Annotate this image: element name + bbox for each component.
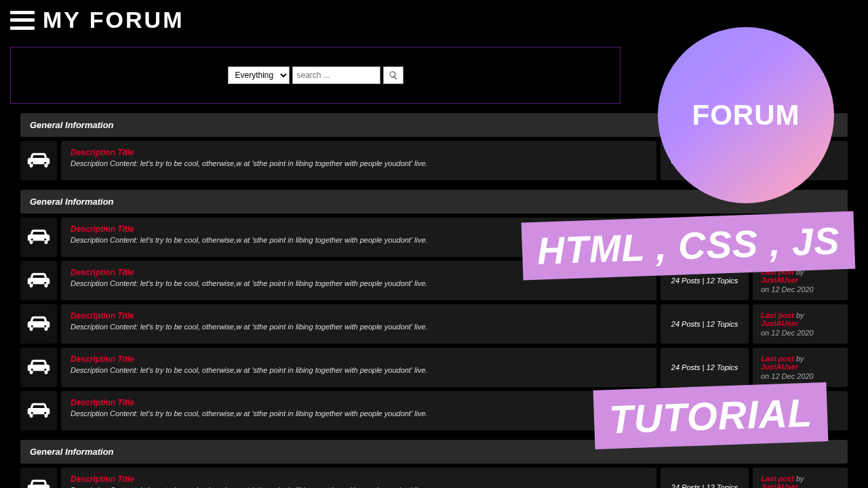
row-desc-cell: Description TitleDescription Content: le…	[61, 391, 656, 430]
row-lastpost: Last post by JustAUseron 12 Dec 2020	[753, 468, 848, 488]
row-icon-cell	[20, 468, 57, 488]
row-desc-cell: Description TitleDescription Content: le…	[61, 348, 656, 387]
row-title[interactable]: Description Title	[71, 311, 647, 321]
search-button[interactable]	[383, 66, 403, 84]
row-text: Description Content: let's try to be coo…	[71, 279, 647, 287]
car-icon	[26, 272, 51, 289]
forum-row[interactable]: Description TitleDescription Content: le…	[20, 304, 848, 344]
forum-badge-circle: FORUM	[658, 27, 834, 203]
forum-row[interactable]: Description TitleDescription Content: le…	[20, 468, 848, 488]
row-desc-cell: Description TitleDescription Content: le…	[61, 304, 656, 344]
row-lastpost: Last post by JustAUseron 12 Dec 2020	[753, 348, 848, 387]
overlay-label-2: TUTORIAL	[593, 382, 828, 449]
row-stats: 24 Posts | 12 Topics	[660, 304, 749, 344]
car-icon	[26, 479, 51, 488]
search-bar: Everything	[10, 47, 620, 104]
badge-text: FORUM	[692, 99, 800, 131]
row-desc-cell: Description TitleDescription Content: le…	[61, 468, 656, 488]
row-text: Description Content: let's try to be coo…	[71, 409, 647, 418]
car-icon	[26, 228, 51, 246]
car-icon	[26, 359, 51, 376]
car-icon	[26, 315, 51, 333]
site-title: MY FORUM	[43, 7, 184, 33]
overlay-label-1: HTML , CSS , JS	[521, 211, 855, 280]
menu-icon[interactable]	[10, 11, 35, 30]
car-icon	[26, 402, 51, 420]
search-icon	[389, 70, 398, 80]
row-lastpost: Last post by JustAUseron 12 Dec 2020	[753, 304, 848, 344]
car-icon	[26, 152, 51, 169]
row-text: Description Content: let's try to be coo…	[71, 323, 647, 331]
row-text: Description Content: let's try to be coo…	[71, 159, 647, 167]
row-stats: 24 Posts | 12 Topics	[660, 348, 749, 387]
row-icon-cell	[20, 141, 57, 180]
row-text: Description Content: let's try to be coo…	[71, 366, 647, 374]
row-title[interactable]: Description Title	[71, 354, 647, 364]
row-desc-cell: Description TitleDescription Content: le…	[61, 141, 656, 180]
row-title[interactable]: Description Title	[71, 474, 647, 484]
forum-row[interactable]: Description TitleDescription Content: le…	[20, 348, 848, 387]
forum-section: General InformationDescription TitleDesc…	[20, 440, 848, 488]
row-icon-cell	[20, 261, 57, 300]
row-icon-cell	[20, 218, 57, 257]
row-title[interactable]: Description Title	[71, 148, 647, 157]
row-title[interactable]: Description Title	[71, 398, 647, 407]
row-stats: 24 Posts | 12 Topics	[660, 468, 749, 488]
search-category-select[interactable]: Everything	[228, 66, 290, 84]
search-input[interactable]	[292, 66, 380, 84]
row-icon-cell	[20, 304, 57, 344]
row-icon-cell	[20, 391, 57, 430]
row-icon-cell	[20, 348, 57, 387]
